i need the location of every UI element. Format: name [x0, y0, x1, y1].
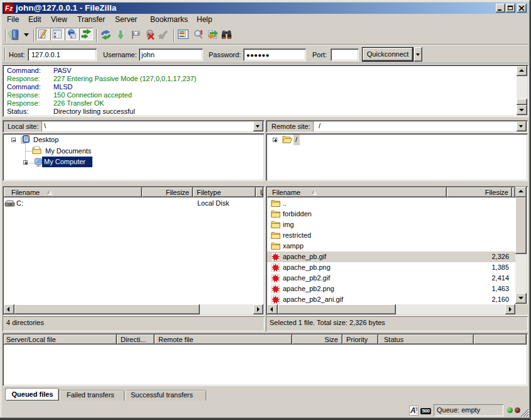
- svg-text:A: A: [410, 406, 416, 415]
- svg-text:Fz: Fz: [5, 4, 13, 12]
